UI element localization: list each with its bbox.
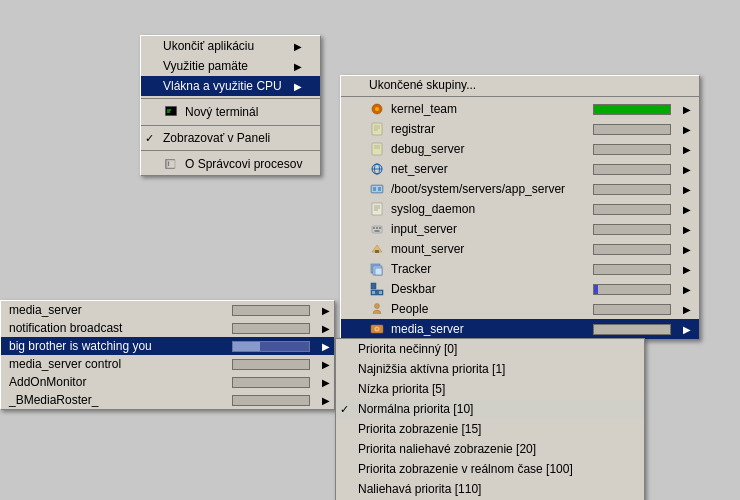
- debug-server-item[interactable]: debug_server ▶: [341, 139, 699, 159]
- mount-server-item[interactable]: mount_server ▶: [341, 239, 699, 259]
- arrow-icon: ▶: [673, 324, 691, 335]
- arrow-icon: ▶: [312, 359, 330, 370]
- priority-low-label: Nízka priorita [5]: [358, 382, 445, 396]
- mount-icon: [369, 241, 385, 257]
- net-server-item[interactable]: net_server ▶: [341, 159, 699, 179]
- priority-menu: Priorita nečinný [0] Najnižšia aktívna p…: [335, 338, 645, 500]
- priority-urgent-label: Naliehavá priorita [110]: [358, 482, 481, 496]
- show-panel-label: Zobrazovať v Paneli: [163, 131, 270, 145]
- kernel-team-label: kernel_team: [391, 102, 593, 116]
- registrar-label: registrar: [391, 122, 593, 136]
- priority-normal-label: Normálna priorita [10]: [358, 402, 473, 416]
- arrow-icon: ▶: [284, 61, 302, 72]
- input-icon: [369, 221, 385, 237]
- arrow-icon: ▶: [673, 164, 691, 175]
- separator-3: [141, 150, 320, 151]
- people-item[interactable]: People ▶: [341, 299, 699, 319]
- bmedia-roster-bar: [232, 395, 310, 406]
- tracker-icon: [369, 261, 385, 277]
- media-server-main-item[interactable]: media_server ▶: [341, 319, 699, 339]
- app-server-item[interactable]: /boot/system/servers/app_server ▶: [341, 179, 699, 199]
- addon-monitor-item[interactable]: AddOnMonitor ▶: [1, 373, 334, 391]
- media-server-thread-bar: [232, 305, 310, 316]
- threads-cpu-item[interactable]: Vlákna a využitie CPU ▶: [141, 76, 320, 96]
- arrow-icon: ▶: [312, 377, 330, 388]
- info-icon: i: [163, 156, 179, 172]
- priority-idle-label: Priorita nečinný [0]: [358, 342, 457, 356]
- priority-idle-item[interactable]: Priorita nečinný [0]: [336, 339, 644, 359]
- notification-broadcast-label: notification broadcast: [9, 321, 232, 335]
- new-terminal-label: Nový terminál: [185, 105, 258, 119]
- quit-app-item[interactable]: Ukončiť aplikáciu ▶: [141, 36, 320, 56]
- groups-title-item[interactable]: Ukončené skupiny...: [341, 76, 699, 94]
- media-server-control-item[interactable]: media_server control ▶: [1, 355, 334, 373]
- tracker-item[interactable]: Tracker ▶: [341, 259, 699, 279]
- svg-rect-31: [379, 227, 381, 229]
- arrow-icon: ▶: [673, 104, 691, 115]
- svg-point-9: [375, 107, 379, 111]
- priority-urgent-item[interactable]: Naliehavá priorita [110]: [336, 479, 644, 499]
- arrow-icon: ▶: [673, 204, 691, 215]
- svg-point-41: [375, 304, 380, 309]
- addon-monitor-label: AddOnMonitor: [9, 375, 232, 389]
- sep-processes: [341, 96, 699, 97]
- app-server-icon: [369, 181, 385, 197]
- priority-urgent-display-label: Priorita naliehavé zobrazenie [20]: [358, 442, 536, 456]
- people-label: People: [391, 302, 593, 316]
- new-terminal-item[interactable]: Nový terminál: [141, 101, 320, 123]
- priority-display-item[interactable]: Priorita zobrazenie [15]: [336, 419, 644, 439]
- svg-rect-30: [376, 227, 378, 229]
- arrow-icon: ▶: [312, 323, 330, 334]
- svg-rect-23: [378, 187, 381, 191]
- input-server-item[interactable]: input_server ▶: [341, 219, 699, 239]
- show-panel-item[interactable]: ✓ Zobrazovať v Paneli: [141, 128, 320, 148]
- deskbar-label: Deskbar: [391, 282, 593, 296]
- kernel-team-item[interactable]: kernel_team ▶: [341, 99, 699, 119]
- registrar-item[interactable]: registrar ▶: [341, 119, 699, 139]
- tracker-label: Tracker: [391, 262, 593, 276]
- priority-urgent-display-item[interactable]: Priorita naliehavé zobrazenie [20]: [336, 439, 644, 459]
- priority-realtime-display-label: Priorita zobrazenie v reálnom čase [100]: [358, 462, 573, 476]
- arrow-icon: ▶: [673, 124, 691, 135]
- debug-server-bar: [593, 144, 671, 155]
- input-server-label: input_server: [391, 222, 593, 236]
- deskbar-bar: [593, 284, 671, 295]
- svg-rect-36: [375, 268, 382, 275]
- media-server-thread-item[interactable]: media_server ▶: [1, 301, 334, 319]
- debug-server-label: debug_server: [391, 142, 593, 156]
- syslog-icon: [369, 201, 385, 217]
- arrow-icon: ▶: [673, 224, 691, 235]
- media-server-main-bar: [593, 324, 671, 335]
- arrow-icon: ▶: [673, 144, 691, 155]
- svg-rect-1: [166, 107, 176, 115]
- separator-1: [141, 98, 320, 99]
- media-server-control-bar: [232, 359, 310, 370]
- svg-point-44: [376, 328, 378, 330]
- input-server-bar: [593, 224, 671, 235]
- bmedia-roster-item[interactable]: _BMediaRoster_ ▶: [1, 391, 334, 409]
- syslog-daemon-item[interactable]: syslog_daemon ▶: [341, 199, 699, 219]
- priority-lowest-item[interactable]: Najnižšia aktívna priorita [1]: [336, 359, 644, 379]
- net-icon: [369, 161, 385, 177]
- deskbar-item[interactable]: Deskbar ▶: [341, 279, 699, 299]
- main-menu: Ukončiť aplikáciu ▶ Využitie pamäte ▶ Vl…: [140, 35, 321, 176]
- arrow-icon: ▶: [284, 81, 302, 92]
- deskbar-bar-fill: [594, 285, 598, 294]
- memory-usage-item[interactable]: Využitie pamäte ▶: [141, 56, 320, 76]
- arrow-icon: ▶: [673, 284, 691, 295]
- svg-rect-33: [375, 250, 379, 253]
- groups-title-label: Ukončené skupiny...: [369, 78, 476, 92]
- people-bar: [593, 304, 671, 315]
- registrar-bar: [593, 124, 671, 135]
- priority-normal-item[interactable]: ✓ Normálna priorita [10]: [336, 399, 644, 419]
- notification-broadcast-item[interactable]: notification broadcast ▶: [1, 319, 334, 337]
- svg-rect-38: [371, 283, 376, 289]
- notification-broadcast-bar: [232, 323, 310, 334]
- svg-rect-14: [372, 143, 382, 155]
- priority-low-item[interactable]: Nízka priorita [5]: [336, 379, 644, 399]
- arrow-icon: ▶: [673, 264, 691, 275]
- priority-realtime-display-item[interactable]: Priorita zobrazenie v reálnom čase [100]: [336, 459, 644, 479]
- big-brother-item[interactable]: big brother is watching you ▶: [1, 337, 334, 355]
- about-item[interactable]: i O Správcovi procesov: [141, 153, 320, 175]
- svg-rect-10: [372, 123, 382, 135]
